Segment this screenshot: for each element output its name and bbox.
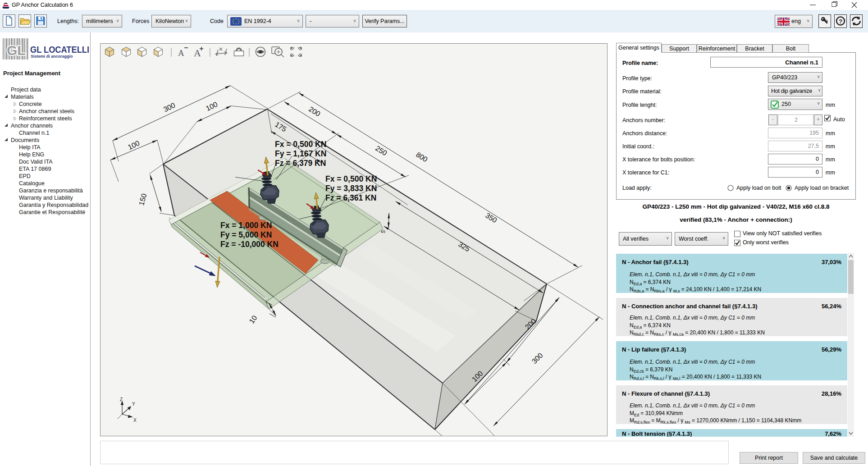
svg-text:Fz = 6,361 KN: Fz = 6,361 KN [325, 193, 376, 202]
svg-text:250: 250 [374, 144, 388, 157]
svg-text:350: 350 [484, 211, 498, 224]
svg-text:300: 300 [530, 352, 544, 365]
svg-text:Z: Z [120, 397, 123, 402]
svg-text:Sistemi di ancoraggio: Sistemi di ancoraggio [31, 54, 73, 59]
svg-text:Fz = -10,000 KN: Fz = -10,000 KN [220, 240, 279, 249]
svg-text:100: 100 [127, 139, 141, 151]
svg-text:Fy = 3,833 KN: Fy = 3,833 KN [325, 184, 377, 193]
svg-text:Fy = 5,000 KN: Fy = 5,000 KN [220, 230, 272, 239]
svg-text:Fy = 1,167 KN: Fy = 1,167 KN [275, 149, 326, 158]
svg-text:Fz = 6,379 KN: Fz = 6,379 KN [275, 159, 326, 168]
svg-text:100: 100 [205, 101, 219, 113]
svg-text:300: 300 [162, 101, 176, 114]
svg-text:Fx = 0,500 KN: Fx = 0,500 KN [275, 140, 326, 149]
svg-text:X: X [133, 418, 137, 423]
svg-text:800: 800 [415, 151, 429, 164]
svg-text:?: ? [839, 18, 842, 25]
svg-text:10: 10 [247, 314, 258, 325]
svg-text:200: 200 [307, 105, 322, 118]
svg-text:150: 150 [137, 192, 148, 206]
svg-text:Fx = 0,500 KN: Fx = 0,500 KN [325, 174, 377, 183]
svg-text:GL: GL [7, 43, 26, 58]
svg-text:A: A [178, 48, 184, 58]
svg-text:GL LOCATELLI: GL LOCATELLI [30, 45, 89, 55]
svg-text:Fx = 1,000 KN: Fx = 1,000 KN [220, 221, 272, 230]
svg-text:Y: Y [132, 402, 135, 407]
